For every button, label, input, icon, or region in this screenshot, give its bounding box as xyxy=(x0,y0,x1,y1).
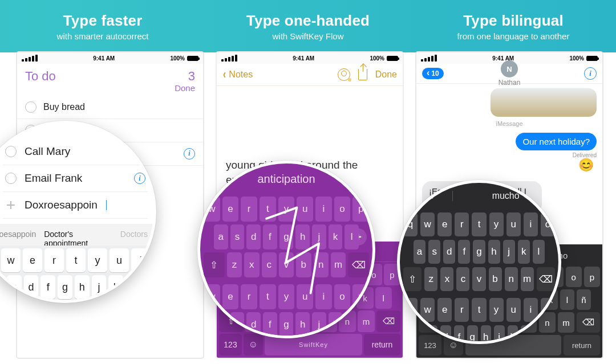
sent-message[interactable]: Our next holiday? xyxy=(516,133,597,150)
key-h[interactable]: h xyxy=(481,325,492,344)
key-m[interactable]: m xyxy=(358,310,375,332)
key-t[interactable]: t xyxy=(472,212,486,236)
key-w[interactable]: w xyxy=(1,248,21,272)
key-j[interactable]: j xyxy=(312,224,326,250)
key-o[interactable]: o xyxy=(334,197,351,222)
key-u[interactable]: u xyxy=(506,212,521,236)
key-f[interactable]: f xyxy=(40,275,55,299)
key-h[interactable]: h xyxy=(75,275,90,299)
info-icon[interactable]: i xyxy=(134,173,145,184)
key-shift[interactable]: ⇧ xyxy=(204,252,225,277)
key-r[interactable]: r xyxy=(455,212,469,236)
key-numbers[interactable]: 123 xyxy=(219,334,242,355)
key-r[interactable]: r xyxy=(455,298,469,322)
key-e[interactable]: e xyxy=(23,248,42,272)
info-icon[interactable]: i xyxy=(584,67,597,80)
key-return[interactable]: return xyxy=(564,335,600,355)
key-k[interactable]: k xyxy=(518,240,530,264)
radio-icon[interactable] xyxy=(5,173,17,184)
key-w[interactable]: w xyxy=(420,212,435,236)
key-w[interactable]: w xyxy=(204,197,220,222)
info-icon[interactable]: i xyxy=(184,148,195,159)
key-i[interactable]: i xyxy=(315,197,332,222)
key-e[interactable]: e xyxy=(437,298,452,322)
key-v[interactable]: v xyxy=(472,267,485,291)
key-t[interactable]: t xyxy=(260,284,276,309)
key-y[interactable]: y xyxy=(278,284,295,309)
key-n[interactable]: n xyxy=(505,267,518,291)
key-g[interactable]: g xyxy=(467,325,478,344)
key-b[interactable]: b xyxy=(489,267,502,291)
key-d[interactable]: d xyxy=(246,224,261,250)
key-g[interactable]: g xyxy=(279,312,294,337)
key-z[interactable]: z xyxy=(227,252,242,277)
key-m[interactable]: m xyxy=(521,267,534,291)
key-h[interactable]: h xyxy=(488,240,500,264)
key-i[interactable]: i xyxy=(524,298,538,322)
key-i[interactable]: i xyxy=(315,284,332,309)
key-h[interactable]: h xyxy=(295,224,310,250)
radio-icon[interactable] xyxy=(25,101,37,113)
key-v[interactable]: v xyxy=(57,302,73,303)
key-x[interactable]: x xyxy=(440,267,453,291)
key-t[interactable]: t xyxy=(260,197,276,222)
key-r[interactable]: r xyxy=(44,248,64,272)
key-v[interactable]: v xyxy=(279,252,294,277)
key-y[interactable]: y xyxy=(88,248,107,272)
key-g[interactable]: g xyxy=(279,224,294,250)
reminder-item[interactable]: Email Franki xyxy=(3,165,148,192)
key-u[interactable]: u xyxy=(297,197,313,222)
key-g[interactable]: g xyxy=(58,275,72,299)
key-u[interactable]: u xyxy=(506,298,521,322)
key-l[interactable]: l xyxy=(560,289,574,310)
contact-header[interactable]: NNathan xyxy=(416,60,602,87)
key-m[interactable]: m xyxy=(331,252,346,277)
key-n[interactable]: n xyxy=(314,252,329,277)
key-o[interactable]: o xyxy=(566,267,582,287)
key-numbers[interactable]: 123 xyxy=(419,335,441,355)
key-a[interactable]: a xyxy=(414,240,425,264)
key-w[interactable]: w xyxy=(204,284,220,309)
key-l[interactable]: l xyxy=(375,287,392,309)
key-e[interactable]: e xyxy=(222,197,239,222)
key-h[interactable]: h xyxy=(295,312,310,337)
key-backspace[interactable]: ⌫ xyxy=(348,252,369,277)
key-q[interactable]: q xyxy=(403,212,418,236)
notes-done-button[interactable]: Done xyxy=(375,69,397,80)
reminder-item[interactable]: Buy bread xyxy=(17,96,203,118)
key-f[interactable]: f xyxy=(458,240,470,264)
key-d[interactable]: d xyxy=(443,240,455,264)
key-z[interactable]: z xyxy=(424,267,437,291)
key-o[interactable]: o xyxy=(334,284,351,309)
key-e[interactable]: e xyxy=(222,284,239,309)
key-p[interactable]: p xyxy=(584,267,600,287)
key-a[interactable]: a xyxy=(0,275,5,299)
key-i[interactable]: i xyxy=(524,212,538,236)
key-backspace[interactable]: ⌫ xyxy=(577,312,600,333)
image-attachment[interactable] xyxy=(491,88,597,117)
key-g[interactable]: g xyxy=(473,240,485,264)
key-backspace[interactable]: ⌫ xyxy=(537,267,555,291)
key-emoji[interactable]: ☺ xyxy=(244,334,263,355)
key-e[interactable]: e xyxy=(437,212,452,236)
key-c[interactable]: c xyxy=(456,267,469,291)
key-w[interactable]: w xyxy=(420,298,435,322)
reminder-new-input[interactable]: Doxroesappoin xyxy=(3,192,148,219)
key-ñ[interactable]: ñ xyxy=(577,289,591,310)
key-y[interactable]: y xyxy=(489,212,504,236)
key-a[interactable]: a xyxy=(214,224,228,250)
key-r[interactable]: r xyxy=(241,284,257,309)
plus-icon[interactable] xyxy=(5,199,17,211)
key-x[interactable]: x xyxy=(244,252,259,277)
share-icon[interactable] xyxy=(358,69,367,80)
key-b[interactable]: b xyxy=(296,252,311,277)
key-j[interactable]: j xyxy=(503,240,515,264)
key-shift[interactable]: ⇧ xyxy=(403,267,422,291)
key-r[interactable]: r xyxy=(241,197,257,222)
key-l[interactable]: l xyxy=(533,240,545,264)
key-backspace[interactable]: ⌫ xyxy=(376,310,400,332)
key-return[interactable]: return xyxy=(364,334,400,355)
key-s[interactable]: s xyxy=(230,224,245,250)
notes-back-button[interactable]: ‹Notes xyxy=(222,68,253,81)
key-y[interactable]: y xyxy=(278,197,295,222)
